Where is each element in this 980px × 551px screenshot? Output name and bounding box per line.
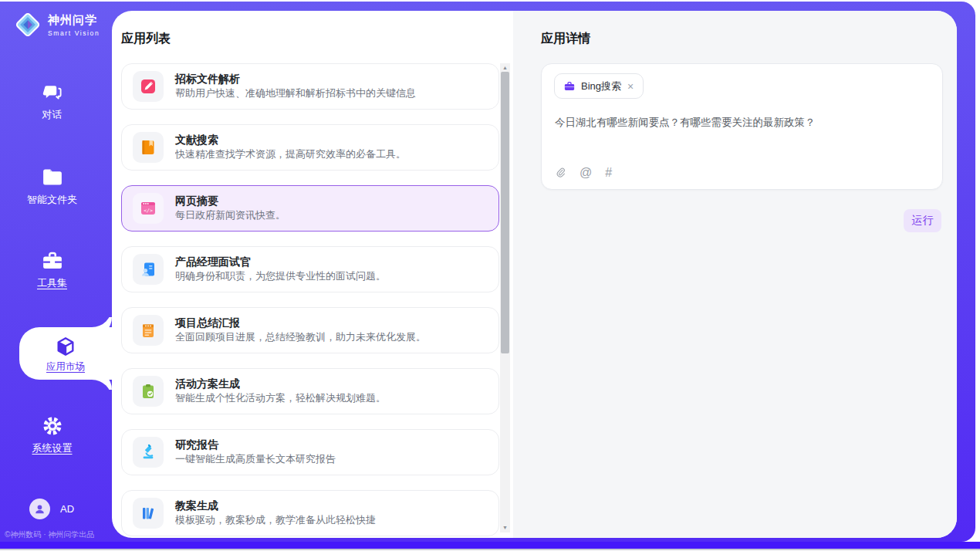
books-icon [133,498,164,529]
app-card-desc: 明确身份和职责，为您提供专业性的面试问题。 [175,271,386,282]
app-card-name: 项目总结汇报 [175,317,426,329]
sidebar-item-settings[interactable]: 系统设置 [0,415,104,453]
avatar [29,499,50,519]
app-detail-panel: 应用详情 Bing搜索 × 今日湖北有哪些新闻要点？有哪些需要关注的最新政策？ … [513,11,957,538]
app-card-desc: 每日政府新闻资讯快查。 [175,210,286,221]
chat-icon [42,82,63,103]
sidebar-item-label: 应用市场 [46,362,85,372]
app-card-desc: 模板驱动，教案秒成，教学准备从此轻松快捷 [175,515,376,526]
app-card-name: 活动方案生成 [175,378,386,390]
app-card-research-report[interactable]: 研究报告 一键智能生成高质量长文本研究报告 [121,429,499,475]
folder-icon [41,167,64,188]
cube-icon [55,336,76,357]
sidebar-item-app-market[interactable]: 应用市场 [19,327,112,380]
app-card-desc: 帮助用户快速、准确地理解和解析招标书中的关键信息 [175,88,416,100]
sidebar: 神州问学 Smart Vision 对话 智能文件夹 工具集 [0,2,112,542]
bottom-accent-bar [0,542,980,549]
person-icon [33,502,46,516]
app-card-name: 产品经理面试官 [175,256,386,268]
app-detail-title: 应用详情 [541,31,590,47]
app-card-literature-search[interactable]: 文献搜索 快速精准查找学术资源，提高研究效率的必备工具。 [121,124,499,171]
brand-name: 神州问学 [48,13,100,28]
chip-close-icon[interactable]: × [627,81,634,92]
app-card-name: 招标文件解析 [175,73,416,85]
app-card-name: 文献搜索 [175,134,406,146]
sidebar-item-toolbox[interactable]: 工具集 [0,250,104,288]
microscope-icon [133,437,164,468]
brand-subtitle: Smart Vision [48,29,100,37]
sidebar-footer-credit: ©神州数码 · 神州问学出品 [5,529,109,540]
app-list-title: 应用列表 [121,31,171,47]
app-card-project-summary[interactable]: 项目总结汇报 全面回顾项目进展，总结经验教训，助力未来优化发展。 [121,307,499,353]
app-card-desc: 全面回顾项目进展，总结经验教训，助力未来优化发展。 [175,332,426,343]
sidebar-item-label: 工具集 [37,278,67,288]
main-content: 应用详情 Bing搜索 × 今日湖北有哪些新闻要点？有哪些需要关注的最新政策？ … [112,11,957,538]
paperclip-icon[interactable] [555,166,566,179]
sidebar-item-label: 智能文件夹 [27,194,77,205]
user-account[interactable]: AD [29,499,74,519]
book-icon [133,132,164,163]
svg-text:</>: </> [144,208,153,214]
app-list: 招标文件解析 帮助用户快速、准确地理解和解析招标书中的关键信息 文献搜索 快速精… [121,63,499,536]
document-edit-icon [133,71,164,102]
scrollbar-up-icon[interactable]: ▲ [500,64,510,72]
app-card-name: 网页摘要 [175,195,286,207]
toolbox-icon [41,250,64,272]
app-card-desc: 智能生成个性化活动方案，轻松解决规划难题。 [175,393,386,404]
at-icon[interactable]: @ [580,167,592,179]
sidebar-item-label: 系统设置 [32,443,73,453]
app-card-desc: 快速精准查找学术资源，提高研究效率的必备工具。 [175,149,406,161]
app-card-pm-interviewer[interactable]: 产品经理面试官 明确身份和职责，为您提供专业性的面试问题。 [121,246,499,292]
hash-icon[interactable]: # [605,167,612,179]
scrollbar-down-icon[interactable]: ▼ [500,524,510,532]
tool-chip-bing-search[interactable]: Bing搜索 × [554,73,644,99]
app-card-desc: 一键智能生成高质量长文本研究报告 [175,454,336,465]
bottom-edge-line [0,549,980,550]
app-card-bid-parsing[interactable]: 招标文件解析 帮助用户快速、准确地理解和解析招标书中的关键信息 [121,63,499,110]
clipboard-check-icon [133,376,164,407]
attachment-toolbar: @ # [555,166,612,179]
app-card-lesson-plan[interactable]: 教案生成 模板驱动，教案秒成，教学准备从此轻松快捷 [121,490,499,536]
notepad-icon [133,315,164,346]
app-card-name: 教案生成 [175,500,376,512]
scrollbar-thumb[interactable] [501,72,509,353]
sidebar-item-label: 对话 [42,110,63,120]
user-name: AD [60,503,74,515]
run-button[interactable]: 运行 [904,209,941,232]
interview-doc-icon [133,254,164,285]
briefcase-icon [563,80,576,93]
app-card-web-summary[interactable]: </> 网页摘要 每日政府新闻资讯快查。 [121,185,499,232]
list-scrollbar[interactable]: ▲ ▼ [500,63,510,532]
prompt-text[interactable]: 今日湖北有哪些新闻要点？有哪些需要关注的最新政策？ [555,115,925,130]
tool-chip-label: Bing搜索 [581,79,621,93]
web-code-icon: </> [133,193,164,224]
gear-icon [42,415,63,437]
app-card-event-plan[interactable]: 活动方案生成 智能生成个性化活动方案，轻松解决规划难题。 [121,368,499,414]
diamond-logo-icon [14,11,42,39]
sidebar-item-smart-folder[interactable]: 智能文件夹 [0,167,104,205]
sidebar-item-chat[interactable]: 对话 [0,82,104,120]
app-card-name: 研究报告 [175,439,336,451]
brand-logo: 神州问学 Smart Vision [14,11,100,39]
prompt-card: Bing搜索 × 今日湖北有哪些新闻要点？有哪些需要关注的最新政策？ @ # [541,63,943,190]
